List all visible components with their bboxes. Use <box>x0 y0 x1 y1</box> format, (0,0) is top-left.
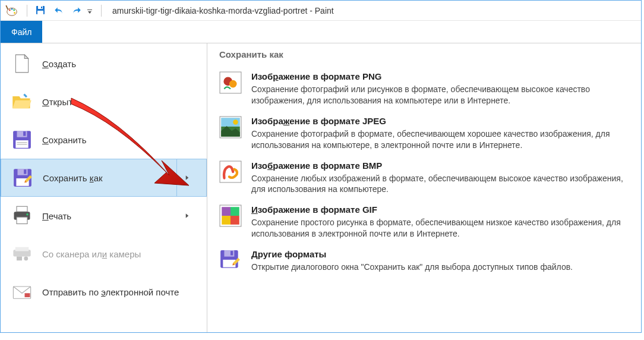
email-icon <box>10 280 34 304</box>
format-desc: Сохранение любых изображений в формате, … <box>251 173 629 196</box>
svg-rect-9 <box>37 11 43 14</box>
printer-icon <box>10 204 34 228</box>
menu-item-scanner: Со сканера или камеры <box>1 235 207 273</box>
save-as-submenu: Сохранить как Изображение в формате PNG … <box>207 43 641 332</box>
scanner-icon <box>10 242 34 266</box>
menu-item-label: Печать <box>42 211 177 221</box>
format-title: Изображение в формате GIF <box>251 204 629 215</box>
format-desc: Открытие диалогового окна "Сохранить как… <box>251 262 629 273</box>
jpeg-icon <box>219 116 242 138</box>
titlebar: amurskii-tigr-tigr-dikaia-koshka-morda-v… <box>1 1 641 21</box>
submenu-arrow <box>176 159 197 196</box>
svg-point-1 <box>9 9 11 11</box>
menu-item-label: Сохранить как <box>43 173 176 183</box>
paint-app-icon <box>5 4 18 17</box>
separator <box>101 5 102 17</box>
save-floppy-icon <box>10 128 34 152</box>
svg-rect-21 <box>17 206 27 212</box>
menu-item-label: Сохранить <box>42 135 197 145</box>
format-png[interactable]: Изображение в формате PNG Сохранение фот… <box>216 67 633 111</box>
format-bmp[interactable]: Изображение в формате BMP Сохранение люб… <box>216 156 633 200</box>
svg-rect-13 <box>23 131 26 136</box>
svg-rect-26 <box>15 247 29 251</box>
svg-point-3 <box>13 9 15 11</box>
svg-rect-42 <box>222 216 231 225</box>
svg-point-37 <box>233 119 238 124</box>
svg-point-33 <box>229 80 237 88</box>
svg-rect-5 <box>5 5 8 9</box>
format-title: Изображение в формате PNG <box>251 71 629 81</box>
menu-item-label: Со сканера или камеры <box>42 249 197 259</box>
format-gif[interactable]: Изображение в формате GIF Сохранение про… <box>216 200 633 244</box>
svg-rect-40 <box>222 207 231 216</box>
menu-item-send-email[interactable]: Отправить по электронной почте <box>1 273 207 311</box>
format-other[interactable]: Другие форматы Открытие диалогового окна… <box>216 244 633 278</box>
menu-item-label: Создать <box>42 59 197 69</box>
menu-item-open[interactable]: Открыть <box>1 83 207 121</box>
menu-item-label: Отправить по электронной почте <box>42 287 197 297</box>
gif-icon <box>219 204 242 227</box>
save-icon[interactable] <box>36 5 46 16</box>
format-desc: Сохранение простого рисунка в формате, о… <box>251 217 629 240</box>
window-title: amurskii-tigr-tigr-dikaia-koshka-morda-v… <box>112 6 334 15</box>
menu-item-save[interactable]: Сохранить <box>1 121 207 159</box>
menu-item-label: Открыть <box>42 97 197 107</box>
format-title: Изображение в формате JPEG <box>251 116 629 126</box>
svg-point-24 <box>26 213 28 215</box>
svg-rect-19 <box>24 169 26 174</box>
svg-rect-10 <box>87 10 92 10</box>
file-menu: Создать Открыть <box>1 43 641 332</box>
menu-item-new[interactable]: Создать <box>1 45 207 83</box>
new-file-icon <box>10 52 34 75</box>
svg-point-4 <box>14 12 15 14</box>
tab-file[interactable]: Файл <box>1 21 42 43</box>
svg-rect-46 <box>231 251 233 255</box>
file-menu-items: Создать Открыть <box>1 43 207 332</box>
submenu-header: Сохранить как <box>216 49 633 59</box>
paint-window: amurskii-tigr-tigr-dikaia-koshka-morda-v… <box>0 0 642 333</box>
format-title: Изображение в формате BMP <box>251 160 629 171</box>
format-jpeg[interactable]: Изображение в формате JPEG Сохранение фо… <box>216 111 633 156</box>
submenu-arrow <box>177 197 197 235</box>
format-desc: Сохранение фотографий в формате, обеспеч… <box>251 128 629 151</box>
qat-dropdown-icon[interactable] <box>87 8 93 14</box>
separator <box>27 5 27 17</box>
svg-rect-16 <box>17 144 27 144</box>
format-desc: Сохранение фотографий или рисунков в фор… <box>251 84 629 106</box>
other-formats-icon <box>219 249 242 272</box>
open-folder-icon <box>10 90 34 114</box>
svg-rect-27 <box>17 257 22 261</box>
svg-rect-15 <box>17 142 27 143</box>
ribbon-tabs: Файл <box>1 21 641 43</box>
png-icon <box>219 71 242 94</box>
svg-rect-41 <box>231 207 239 216</box>
redo-icon[interactable] <box>71 5 82 16</box>
format-title: Другие форматы <box>251 249 629 259</box>
svg-rect-30 <box>25 293 30 297</box>
svg-point-2 <box>11 8 13 10</box>
svg-rect-8 <box>41 7 42 8</box>
svg-point-28 <box>24 257 28 261</box>
bmp-icon <box>219 160 242 183</box>
save-as-floppy-icon <box>11 166 34 190</box>
menu-item-print[interactable]: Печать <box>1 197 207 235</box>
svg-rect-23 <box>17 217 27 223</box>
undo-icon[interactable] <box>53 5 64 16</box>
menu-item-save-as[interactable]: Сохранить как <box>1 159 207 197</box>
tab-file-label: Файл <box>11 27 31 37</box>
svg-rect-43 <box>231 216 239 225</box>
